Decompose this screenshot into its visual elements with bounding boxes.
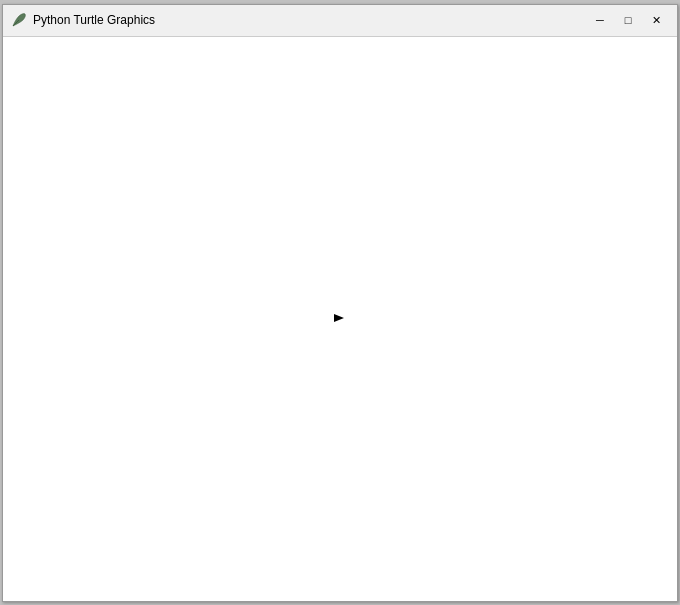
turtle-canvas [3,37,677,601]
window-controls: ─ □ ✕ [587,10,669,30]
window: Python Turtle Graphics ─ □ ✕ [2,4,678,602]
window-title: Python Turtle Graphics [33,13,587,27]
turtle-cursor [334,310,346,328]
minimize-button[interactable]: ─ [587,10,613,30]
close-button[interactable]: ✕ [643,10,669,30]
maximize-button[interactable]: □ [615,10,641,30]
svg-marker-0 [334,314,344,322]
python-turtle-icon [11,12,27,28]
title-bar: Python Turtle Graphics ─ □ ✕ [3,5,677,37]
